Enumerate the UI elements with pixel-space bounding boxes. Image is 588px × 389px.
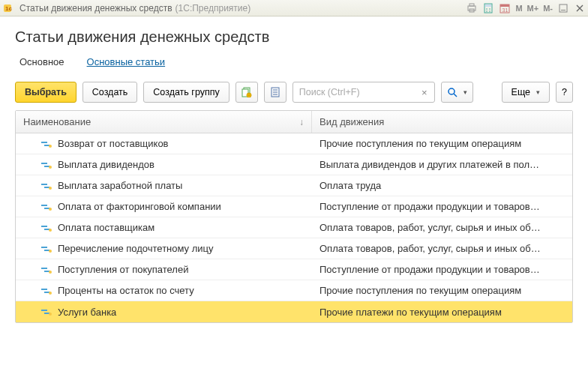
svg-rect-31 xyxy=(41,184,47,185)
svg-point-10 xyxy=(490,10,491,12)
column-header-name[interactable]: Наименование ↓ xyxy=(16,111,312,133)
cell-name-text: Выплата дивидендов xyxy=(58,159,154,170)
cell-type: Прочие поступления по текущим операциям xyxy=(312,285,572,296)
cell-type: Выплата дивидендов и других платежей в п… xyxy=(312,159,572,170)
page-title: Статьи движения денежных средств xyxy=(15,28,573,46)
cell-type: Оплата товаров, работ, услуг, сырья и ин… xyxy=(312,243,572,254)
table-row[interactable]: Возврат от поставщиковПрочие поступления… xyxy=(16,133,572,154)
cell-name: Проценты на остаток по счету xyxy=(16,285,312,296)
cell-type: Поступление от продажи продукции и товар… xyxy=(312,201,572,212)
list-icon-button[interactable] xyxy=(264,82,286,103)
cell-name: Выплата дивидендов xyxy=(16,159,312,170)
svg-rect-28 xyxy=(41,163,47,164)
cell-name-text: Проценты на остаток по счету xyxy=(58,285,194,296)
table-body: Возврат от поставщиковПрочие поступления… xyxy=(16,133,572,322)
cell-name-text: Перечисление подочтетному лицу xyxy=(58,243,213,254)
cell-type: Прочие платежи по текущим операциям xyxy=(312,307,572,318)
more-button[interactable]: Еще ▾ xyxy=(502,82,550,103)
svg-rect-15 xyxy=(561,10,566,10)
table-row[interactable]: Оплата от факторинговой компанииПоступле… xyxy=(16,196,572,217)
window-titlebar: 1c Статьи движения денежных средств (1С:… xyxy=(0,0,588,16)
table-row[interactable]: Проценты на остаток по счетуПрочие посту… xyxy=(16,280,572,301)
cell-name: Возврат от поставщиков xyxy=(16,138,312,149)
item-icon xyxy=(41,202,52,211)
svg-point-27 xyxy=(49,145,52,148)
svg-rect-25 xyxy=(41,142,47,143)
close-button[interactable] xyxy=(572,1,588,16)
search-clear-button[interactable]: × xyxy=(417,85,432,100)
more-button-label: Еще xyxy=(512,87,530,97)
cell-name-text: Услуги банка xyxy=(58,307,116,318)
cell-name: Перечисление подочтетному лицу xyxy=(16,243,312,254)
table-row[interactable]: Услуги банкаПрочие платежи по текущим оп… xyxy=(16,301,572,322)
item-icon xyxy=(41,286,52,295)
column-header-type[interactable]: Вид движения xyxy=(312,111,572,133)
app-logo-icon: 1c xyxy=(3,2,16,14)
memory-mplus-button[interactable]: M+ xyxy=(525,4,542,13)
table-row[interactable]: Оплата поставщикамОплата товаров, работ,… xyxy=(16,217,572,238)
table-row[interactable]: Поступления от покупателейПоступление от… xyxy=(16,259,572,280)
memory-mminus-button[interactable]: M- xyxy=(541,4,555,13)
table-row[interactable]: Перечисление подочтетному лицуОплата тов… xyxy=(16,238,572,259)
cell-name-text: Оплата поставщикам xyxy=(58,222,154,233)
item-icon xyxy=(41,139,52,148)
item-icon xyxy=(41,223,52,232)
column-header-type-label: Вид движения xyxy=(320,116,384,127)
svg-point-30 xyxy=(49,166,52,169)
svg-point-48 xyxy=(49,292,52,295)
svg-rect-46 xyxy=(41,289,47,290)
cell-name: Поступления от покупателей xyxy=(16,264,312,275)
table-row[interactable]: Выплата дивидендовВыплата дивидендов и д… xyxy=(16,154,572,175)
cell-name: Оплата поставщикам xyxy=(16,222,312,233)
cell-name: Услуги банка xyxy=(16,307,312,318)
item-icon xyxy=(41,244,52,253)
minimize-button[interactable] xyxy=(555,1,572,16)
item-icon xyxy=(41,265,52,274)
svg-rect-12 xyxy=(500,4,509,7)
svg-point-36 xyxy=(49,208,52,211)
calculator-icon[interactable] xyxy=(480,1,496,16)
item-icon xyxy=(41,307,52,316)
svg-point-8 xyxy=(490,8,491,10)
svg-line-24 xyxy=(454,94,457,97)
svg-point-33 xyxy=(49,187,52,190)
svg-text:1c: 1c xyxy=(5,5,12,12)
cell-name: Оплата от факторинговой компании xyxy=(16,201,312,212)
memory-m-button[interactable]: M xyxy=(513,4,524,13)
svg-point-51 xyxy=(49,313,52,316)
tabs: Основное Основные статьи xyxy=(15,53,573,71)
cell-name-text: Выплата заработной платы xyxy=(58,180,182,191)
chevron-down-icon: ▾ xyxy=(536,88,540,96)
search-field-wrap: × xyxy=(292,82,435,103)
cell-name: Выплата заработной платы xyxy=(16,180,312,191)
cell-name-text: Оплата от факторинговой компании xyxy=(58,201,221,212)
cell-name-text: Возврат от поставщиков xyxy=(58,138,169,149)
svg-point-7 xyxy=(487,8,488,10)
search-button[interactable]: ▾ xyxy=(441,82,473,103)
tab-related[interactable]: Основные статьи xyxy=(82,53,170,70)
tab-main[interactable]: Основное xyxy=(15,53,69,70)
cell-name-text: Поступления от покупателей xyxy=(58,264,188,275)
item-icon xyxy=(41,160,52,169)
data-table: Наименование ↓ Вид движения Возврат от п… xyxy=(15,110,573,323)
select-button[interactable]: Выбрать xyxy=(15,82,76,103)
calendar-icon[interactable]: 31 xyxy=(496,1,513,16)
svg-rect-3 xyxy=(470,4,474,6)
create-group-button[interactable]: Создать группу xyxy=(143,82,229,103)
svg-point-42 xyxy=(49,250,52,253)
svg-rect-37 xyxy=(41,226,47,227)
svg-text:31: 31 xyxy=(502,7,508,13)
copy-icon-button[interactable] xyxy=(236,82,258,103)
svg-rect-40 xyxy=(41,247,47,248)
svg-rect-43 xyxy=(41,268,47,269)
create-button[interactable]: Создать xyxy=(82,82,138,103)
table-row[interactable]: Выплата заработной платыОплата труда xyxy=(16,175,572,196)
svg-rect-6 xyxy=(485,4,491,7)
chevron-down-icon: ▾ xyxy=(464,88,467,96)
search-input[interactable] xyxy=(292,82,435,103)
svg-rect-34 xyxy=(41,205,47,206)
print-icon[interactable] xyxy=(464,1,480,16)
help-button[interactable]: ? xyxy=(556,82,573,103)
window-title: Статьи движения денежных средств xyxy=(20,3,172,13)
svg-rect-49 xyxy=(41,310,47,311)
